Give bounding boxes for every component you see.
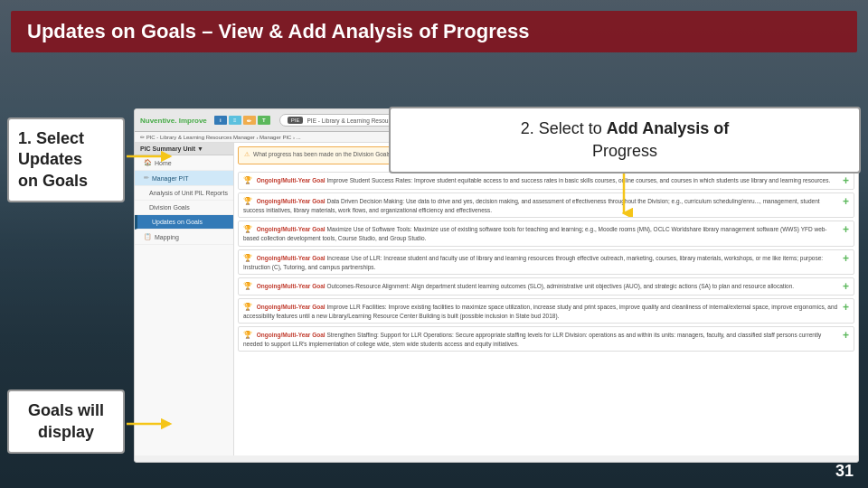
- main-content: ⚠ What progress has been made on the Div…: [234, 143, 858, 455]
- sidebar-analysis-label: Analysis of Unit PIL Reports: [149, 190, 228, 196]
- add-goal-button-5[interactable]: +: [843, 281, 849, 292]
- pic-label: PIE: [288, 117, 304, 124]
- goal-desc-4: Increase Use of LLR: Increase student an…: [243, 255, 823, 270]
- annotation-line2: Updates: [18, 149, 114, 170]
- nav-icon-edit[interactable]: ✏: [243, 116, 256, 125]
- goals-list: 🏆 Ongoing/Multi-Year Goal Improve Studen…: [234, 168, 858, 455]
- annotation-center: 2. Select to Add Analysis of Progress: [389, 107, 861, 174]
- goal-text-5: 🏆 Ongoing/Multi-Year Goal Outcomes-Resou…: [243, 281, 839, 291]
- annotation-prefix: 2. Select to: [521, 119, 607, 137]
- nav-icons: i ≡ ✏ T: [214, 116, 270, 125]
- trophy-icon-7: 🏆: [243, 331, 252, 339]
- goal-text-1: 🏆 Ongoing/Multi-Year Goal Improve Studen…: [243, 175, 839, 185]
- add-goal-button-3[interactable]: +: [843, 224, 849, 235]
- goal-text-6: 🏆 Ongoing/Multi-Year Goal Improve LLR Fa…: [243, 302, 839, 320]
- goal-text-4: 🏆 Ongoing/Multi-Year Goal Increase Use o…: [243, 253, 839, 271]
- goal-text-7: 🏆 Ongoing/Multi-Year Goal Strengthen Sta…: [243, 330, 839, 348]
- add-goal-button-2[interactable]: +: [843, 196, 849, 207]
- nav-icon-menu[interactable]: ≡: [229, 116, 241, 125]
- goal-item-3: 🏆 Ongoing/Multi-Year Goal Maximize Use o…: [238, 221, 854, 246]
- annotation-line2b: Progress: [592, 142, 657, 160]
- arrow-center: [615, 172, 633, 217]
- page-number-text: 31: [835, 462, 854, 480]
- goal-desc-5: Outcomes-Resource Alignment: Align depar…: [326, 283, 794, 289]
- goal-label-6: Ongoing/Multi-Year Goal: [257, 304, 326, 310]
- goal-label-7: Ongoing/Multi-Year Goal: [257, 332, 326, 338]
- goal-label-5: Ongoing/Multi-Year Goal: [257, 283, 326, 289]
- trophy-icon-3: 🏆: [243, 225, 252, 233]
- annotation-bold: Add Analysis of: [607, 119, 729, 137]
- arrow-goals: [125, 414, 175, 434]
- sidebar-item-mapping[interactable]: 📋 Mapping: [135, 230, 233, 245]
- sidebar-item-analysis[interactable]: Analysis of Unit PIL Reports: [135, 186, 233, 201]
- sidebar-item-division[interactable]: Division Goals: [135, 201, 233, 215]
- goal-text-2: 🏆 Ongoing/Multi-Year Goal Data Driven De…: [243, 196, 839, 214]
- annotation-left: 1. Select Updates on Goals: [7, 117, 125, 202]
- goal-item-6: 🏆 Ongoing/Multi-Year Goal Improve LLR Fa…: [238, 298, 854, 324]
- notification-icon: ⚠: [244, 151, 250, 158]
- trophy-icon-4: 🏆: [243, 254, 252, 262]
- sidebar-mapping-label: Mapping: [155, 234, 179, 240]
- sidebar-item-manager[interactable]: ✏ Manager PIT: [135, 171, 233, 186]
- annotation-line3: on Goals: [18, 171, 114, 192]
- sidebar: PIC Summary Unit ▼ 🏠 Home ✏ Manager PIT …: [135, 143, 234, 455]
- goal-desc-2: Data Driven Decision Making: Use data to…: [243, 198, 820, 213]
- goal-desc-6: Improve LLR Facilities: Improve existing…: [243, 304, 837, 319]
- browser-content: PIC Summary Unit ▼ 🏠 Home ✏ Manager PIT …: [135, 143, 858, 455]
- goal-label-4: Ongoing/Multi-Year Goal: [257, 255, 326, 261]
- add-goal-button-7[interactable]: +: [843, 330, 849, 341]
- breadcrumb-text: ✏ PIC - Library & Learning Resources Man…: [140, 134, 301, 140]
- goal-item-1: 🏆 Ongoing/Multi-Year Goal Improve Studen…: [238, 172, 854, 190]
- goal-item-5: 🏆 Ongoing/Multi-Year Goal Outcomes-Resou…: [238, 277, 854, 296]
- goal-label-3: Ongoing/Multi-Year Goal: [257, 226, 326, 232]
- goal-label-1: Ongoing/Multi-Year Goal: [257, 177, 326, 183]
- annotation-line1: 1. Select: [18, 128, 114, 149]
- trophy-icon-5: 🏆: [243, 282, 252, 290]
- add-goal-button-6[interactable]: +: [843, 302, 849, 313]
- slide-title: Updates on Goals – View & Add Analysis o…: [11, 11, 857, 52]
- sidebar-item-updates[interactable]: Updates on Goals: [135, 215, 233, 230]
- sidebar-manager-label: Manager PIT: [152, 175, 188, 182]
- title-text: Updates on Goals – View & Add Analysis o…: [27, 20, 529, 42]
- nav-icon-i[interactable]: i: [214, 116, 227, 125]
- add-goal-button-4[interactable]: +: [843, 253, 849, 264]
- goal-desc-7: Strengthen Staffing: Support for LLR Ope…: [243, 332, 821, 347]
- goals-display-annotation: Goals will display: [7, 389, 125, 454]
- add-goal-button-1[interactable]: +: [843, 175, 849, 186]
- browser-logo: Nuventive. Improve: [140, 117, 207, 125]
- goal-item-4: 🏆 Ongoing/Multi-Year Goal Increase Use o…: [238, 249, 854, 275]
- trophy-icon-1: 🏆: [243, 176, 252, 184]
- page-number: 31: [835, 462, 854, 481]
- arrow-left: [125, 146, 175, 166]
- mapping-icon: 📋: [144, 233, 152, 240]
- sidebar-updates-label: Updates on Goals: [152, 219, 203, 225]
- goal-item-2: 🏆 Ongoing/Multi-Year Goal Data Driven De…: [238, 192, 854, 218]
- goal-label-2: Ongoing/Multi-Year Goal: [257, 198, 326, 204]
- trophy-icon-2: 🏆: [243, 197, 252, 205]
- nav-icon-text[interactable]: T: [258, 116, 270, 125]
- sidebar-division-label: Division Goals: [149, 204, 190, 211]
- goals-display-text: Goals will display: [28, 401, 104, 440]
- goal-desc-1: Improve Student Success Rates: Improve s…: [326, 177, 830, 183]
- manager-icon: ✏: [144, 174, 149, 182]
- trophy-icon-6: 🏆: [243, 303, 252, 311]
- goal-text-3: 🏆 Ongoing/Multi-Year Goal Maximize Use o…: [243, 224, 839, 242]
- goal-desc-3: Maximize Use of Software Tools: Maximize…: [243, 226, 827, 241]
- goal-item-7: 🏆 Ongoing/Multi-Year Goal Strengthen Sta…: [238, 326, 854, 352]
